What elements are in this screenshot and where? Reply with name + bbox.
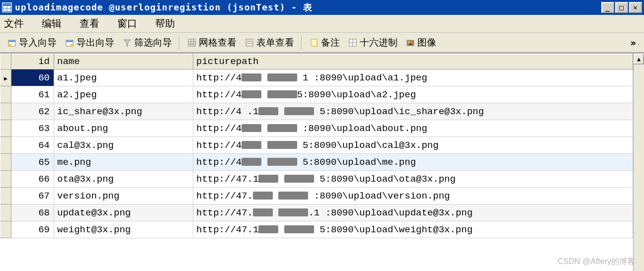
import-icon <box>7 38 17 48</box>
form-view-button[interactable]: 表单查看 <box>241 35 298 50</box>
cell-name[interactable]: a1.jpeg <box>54 69 193 86</box>
vertical-scrollbar[interactable]: ▲ <box>633 54 644 271</box>
cell-picturepath[interactable]: http://47.1 5:8090\upload\ota@3x.png <box>193 171 633 188</box>
hex-button[interactable]: 十六进制 <box>344 35 402 50</box>
menu-help[interactable]: 帮助 <box>155 17 175 30</box>
cell-id[interactable]: 60 <box>11 69 54 86</box>
redaction <box>267 158 297 166</box>
filter-icon <box>122 38 132 48</box>
redaction <box>253 192 273 200</box>
form-icon <box>244 38 254 48</box>
redaction <box>242 90 261 98</box>
row-selector[interactable] <box>0 86 11 103</box>
cell-id[interactable]: 63 <box>11 120 54 137</box>
export-wizard-button[interactable]: 导出向导 <box>61 35 118 50</box>
image-button[interactable]: 图像 <box>402 35 440 50</box>
row-selector[interactable] <box>0 204 11 221</box>
svg-rect-11 <box>188 39 195 46</box>
menu-edit[interactable]: 编辑 <box>42 17 62 30</box>
cell-name[interactable]: cal@3x.png <box>54 137 193 154</box>
hex-icon <box>348 38 358 48</box>
cell-picturepath[interactable]: http://47.1 5:8090\upload\weight@3x.png <box>193 221 633 238</box>
menu-file[interactable]: 文件 <box>4 17 24 30</box>
table-icon <box>2 2 12 12</box>
cell-picturepath[interactable]: http://4 5:8090\upload\cal@3x.png <box>193 137 633 154</box>
cell-picturepath[interactable]: http://4 .1 5:8090\upload\ic_share@3x.pn… <box>193 103 633 120</box>
table-row[interactable]: 65me.pnghttp://4 5:8090\upload\me.png <box>0 154 633 171</box>
cell-picturepath[interactable]: http://47. :8090\upload\version.png <box>193 188 633 204</box>
redaction <box>258 225 278 233</box>
cell-name[interactable]: about.png <box>54 120 193 137</box>
data-grid: id name picturepath 60a1.jpeghttp://4 1 … <box>0 53 644 271</box>
svg-rect-19 <box>311 39 317 46</box>
column-header-id[interactable]: id <box>11 54 54 69</box>
table-row[interactable]: 63about.pnghttp://4 :8090\upload\about.p… <box>0 120 633 137</box>
cell-id[interactable]: 69 <box>11 221 54 238</box>
toolbar-overflow-button[interactable]: » <box>626 37 641 48</box>
row-selector[interactable] <box>0 137 11 154</box>
cell-name[interactable]: a2.jpeg <box>54 86 193 103</box>
svg-point-24 <box>408 41 410 43</box>
menu-view[interactable]: 查看 <box>80 17 99 30</box>
maximize-button[interactable]: □ <box>615 2 628 13</box>
grid-view-button[interactable]: 网格查看 <box>183 35 241 50</box>
table-row[interactable]: 61a2.jpeghttp://4 5:8090\upload\a2.jpeg <box>0 86 633 103</box>
table-row[interactable]: 68update@3x.pnghttp://47. .1 :8090\uploa… <box>0 204 633 221</box>
menu-window[interactable]: 窗口 <box>117 17 137 30</box>
redaction <box>284 107 314 115</box>
table-row[interactable]: 69weight@3x.pnghttp://47.1 5:8090\upload… <box>0 221 633 238</box>
column-header-picturepath[interactable]: picturepath <box>193 54 633 69</box>
header-row: id name picturepath <box>0 54 633 69</box>
cell-id[interactable]: 65 <box>11 154 54 171</box>
memo-icon <box>309 38 319 48</box>
cell-name[interactable]: ic_share@3x.png <box>54 103 193 120</box>
row-selector[interactable] <box>0 171 11 188</box>
redaction <box>242 158 261 166</box>
cell-picturepath[interactable]: http://4 1 :8090\upload\a1.jpeg <box>193 69 633 86</box>
table-row[interactable]: 60a1.jpeghttp://4 1 :8090\upload\a1.jpeg <box>0 69 633 86</box>
table-row[interactable]: 62ic_share@3x.pnghttp://4 .1 5:8090\uplo… <box>0 103 633 120</box>
import-wizard-button[interactable]: 导入向导 <box>3 35 61 50</box>
minimize-button[interactable]: _ <box>601 2 614 13</box>
redaction <box>278 208 308 216</box>
row-selector[interactable] <box>0 154 11 171</box>
redaction <box>267 141 297 149</box>
toolbar-separator <box>179 36 180 50</box>
cell-id[interactable]: 64 <box>11 137 54 154</box>
cell-name[interactable]: version.png <box>54 188 193 204</box>
cell-picturepath[interactable]: http://4 :8090\upload\about.png <box>193 120 633 137</box>
cell-picturepath[interactable]: http://47. .1 :8090\upload\update@3x.png <box>193 204 633 221</box>
svg-marker-10 <box>124 40 131 46</box>
scroll-track[interactable] <box>634 65 644 271</box>
table-row[interactable]: 64cal@3x.pnghttp://4 5:8090\upload\cal@3… <box>0 137 633 154</box>
row-selector[interactable] <box>0 120 11 137</box>
svg-point-9 <box>70 44 73 47</box>
cell-name[interactable]: ota@3x.png <box>54 171 193 188</box>
column-header-name[interactable]: name <box>54 54 193 69</box>
cell-picturepath[interactable]: http://4 5:8090\upload\a2.jpeg <box>193 86 633 103</box>
row-selector[interactable] <box>0 69 11 86</box>
cell-name[interactable]: update@3x.png <box>54 204 193 221</box>
svg-rect-5 <box>8 40 15 42</box>
filter-wizard-button[interactable]: 筛选向导 <box>118 35 176 50</box>
cell-name[interactable]: weight@3x.png <box>54 221 193 238</box>
toolbar: 导入向导 导出向导 筛选向导 网格查看 表单查看 备注 十六进制 图像 » <box>0 33 644 53</box>
cell-id[interactable]: 61 <box>11 86 54 103</box>
cell-id[interactable]: 68 <box>11 204 54 221</box>
scroll-up-button[interactable]: ▲ <box>634 54 644 65</box>
cell-id[interactable]: 66 <box>11 171 54 188</box>
table-row[interactable]: 67version.pnghttp://47. :8090\upload\ver… <box>0 188 633 204</box>
cell-id[interactable]: 67 <box>11 188 54 204</box>
cell-id[interactable]: 62 <box>11 103 54 120</box>
row-selector-header[interactable] <box>0 54 11 69</box>
row-selector[interactable] <box>0 188 11 204</box>
cell-name[interactable]: me.png <box>54 154 193 171</box>
memo-button[interactable]: 备注 <box>305 35 344 50</box>
row-selector[interactable] <box>0 221 11 238</box>
redaction <box>242 141 261 149</box>
redaction <box>267 90 297 98</box>
cell-picturepath[interactable]: http://4 5:8090\upload\me.png <box>193 154 633 171</box>
table-row[interactable]: 66ota@3x.pnghttp://47.1 5:8090\upload\ot… <box>0 171 633 188</box>
row-selector[interactable] <box>0 103 11 120</box>
close-button[interactable]: ✕ <box>629 2 642 13</box>
